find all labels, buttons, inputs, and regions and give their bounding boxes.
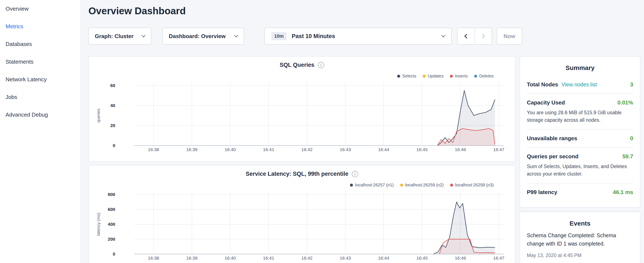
svg-text:queries: queries <box>96 109 101 123</box>
chart-plot[interactable]: 020040060080016:3816:3916:4016:4116:4216… <box>89 166 515 263</box>
sidebar-item-label: Metrics <box>6 23 24 30</box>
summary-row-total-nodes: Total Nodes View nodes list 3 <box>527 76 633 93</box>
sidebar-item-metrics[interactable]: Metrics <box>0 18 80 35</box>
svg-text:16:46: 16:46 <box>455 147 466 152</box>
p99-latency-label: P99 latency <box>527 189 557 195</box>
sidebar-item-overview[interactable]: Overview <box>0 0 80 18</box>
svg-text:16:40: 16:40 <box>225 147 236 152</box>
svg-text:60: 60 <box>110 83 115 88</box>
summary-row-queries-per-second: Queries per second 59.7 Sum of Selects, … <box>527 147 633 183</box>
sql-queries-chart-card: SQL Queries i SelectsUpdatesInsertsDelet… <box>88 56 515 162</box>
p99-latency-value: 46.1 ms <box>613 189 633 195</box>
queries-per-second-label: Queries per second <box>527 153 578 160</box>
info-icon[interactable]: i <box>318 62 324 68</box>
graph-dropdown-label: Graph: Cluster <box>95 33 134 40</box>
toolbar: Graph: Cluster Dashboard: Overview 10m P… <box>88 28 522 45</box>
svg-text:16:43: 16:43 <box>340 147 351 152</box>
total-nodes-label: Total Nodes <box>527 81 558 88</box>
chart-title-row: SQL Queries i <box>89 62 515 68</box>
time-forward-button[interactable] <box>474 28 492 44</box>
chevron-down-icon <box>142 33 146 38</box>
view-nodes-link[interactable]: View nodes list <box>562 82 597 88</box>
summary-title: Summary <box>527 64 633 72</box>
svg-text:16:42: 16:42 <box>301 255 312 260</box>
legend-item-localhost-26259-n2-[interactable]: localhost:26259 (n2) <box>400 183 444 187</box>
chevron-down-icon <box>441 33 446 38</box>
svg-text:16:38: 16:38 <box>148 255 159 260</box>
sidebar-item-databases[interactable]: Databases <box>0 35 80 53</box>
time-range-badge: 10m <box>271 32 286 40</box>
event-text: Schema Change Completed: Schema change w… <box>527 231 633 248</box>
legend-dot-icon <box>423 75 426 78</box>
svg-text:16:42: 16:42 <box>301 147 312 152</box>
sidebar-item-label: Databases <box>6 41 32 48</box>
svg-text:40: 40 <box>110 103 115 108</box>
svg-text:latency (ms): latency (ms) <box>96 213 101 236</box>
sidebar: Overview Metrics Databases Statements Ne… <box>0 0 81 263</box>
time-window-label: Past 10 Minutes <box>292 33 437 40</box>
time-step-button-group <box>457 28 492 45</box>
graph-dropdown[interactable]: Graph: Cluster <box>88 28 152 45</box>
legend-dot-icon <box>450 75 453 78</box>
app-window: Overview Metrics Databases Statements Ne… <box>0 0 644 263</box>
svg-text:16:40: 16:40 <box>225 255 236 260</box>
info-icon[interactable]: i <box>352 171 358 177</box>
event-item[interactable]: Schema Change Completed: Schema change w… <box>527 231 633 259</box>
legend-item-selects[interactable]: Selects <box>397 74 416 79</box>
svg-text:16:47: 16:47 <box>493 255 504 260</box>
sidebar-item-label: Overview <box>6 6 28 12</box>
events-title: Events <box>527 220 633 227</box>
chart-legend: localhost:26257 (n1)localhost:26259 (n2)… <box>350 183 494 187</box>
svg-text:0: 0 <box>113 143 115 148</box>
charts-column: SQL Queries i SelectsUpdatesInsertsDelet… <box>88 56 515 263</box>
page-title: Overview Dashboard <box>88 5 186 17</box>
unavailable-ranges-label: Unavailable ranges <box>527 135 577 142</box>
legend-dot-icon <box>350 184 353 187</box>
legend-item-deletes[interactable]: Deletes <box>474 74 494 79</box>
chevron-down-icon <box>234 33 238 38</box>
svg-text:0: 0 <box>113 251 115 256</box>
sidebar-item-label: Network Latency <box>6 76 47 83</box>
svg-text:16:43: 16:43 <box>340 255 351 260</box>
svg-text:800: 800 <box>108 192 115 197</box>
time-window-dropdown[interactable]: 10m Past 10 Minutes <box>264 28 452 45</box>
total-nodes-value: 3 <box>630 81 633 88</box>
legend-dot-icon <box>474 75 477 78</box>
queries-per-second-description: Sum of Selects, Updates, Inserts, and De… <box>527 163 633 177</box>
legend-label: localhost:26259 (n2) <box>405 183 444 187</box>
chart-legend: SelectsUpdatesInsertsDeletes <box>397 74 494 79</box>
sidebar-item-label: Advanced Debug <box>6 112 48 118</box>
svg-text:16:44: 16:44 <box>378 147 389 152</box>
sidebar-item-label: Statements <box>6 59 34 65</box>
legend-item-updates[interactable]: Updates <box>423 74 444 79</box>
right-column: Summary Total Nodes View nodes list 3 Ca… <box>520 56 640 263</box>
sidebar-item-advanced-debug[interactable]: Advanced Debug <box>0 106 80 124</box>
legend-item-inserts[interactable]: Inserts <box>450 74 468 79</box>
sidebar-item-statements[interactable]: Statements <box>0 53 80 71</box>
chart-title: Service Latency: SQL, 99th percentile <box>246 171 348 177</box>
unavailable-ranges-value: 0 <box>630 135 633 142</box>
sidebar-item-network-latency[interactable]: Network Latency <box>0 71 80 88</box>
summary-row-unavailable-ranges: Unavailable ranges 0 <box>527 129 633 147</box>
legend-label: localhost:26258 (n3) <box>455 183 494 187</box>
chevron-left-icon <box>464 34 469 39</box>
legend-dot-icon <box>450 184 453 187</box>
legend-item-localhost-26258-n3-[interactable]: localhost:26258 (n3) <box>450 183 494 187</box>
svg-text:16:45: 16:45 <box>416 147 428 152</box>
time-back-button[interactable] <box>458 28 474 44</box>
legend-label: Selects <box>402 74 416 79</box>
svg-text:16:41: 16:41 <box>263 255 274 260</box>
sidebar-item-label: Jobs <box>6 94 17 100</box>
svg-text:16:39: 16:39 <box>186 147 198 152</box>
legend-dot-icon <box>400 184 403 187</box>
event-timestamp: May 13, 2020 at 4:45 PM <box>527 252 582 258</box>
chart-plot[interactable]: 020406016:3816:3916:4016:4116:4216:4316:… <box>89 57 515 162</box>
legend-item-localhost-26257-n1-[interactable]: localhost:26257 (n1) <box>350 183 394 187</box>
svg-text:20: 20 <box>110 123 115 128</box>
dashboard-dropdown[interactable]: Dashboard: Overview <box>162 28 244 45</box>
sidebar-item-jobs[interactable]: Jobs <box>0 88 80 106</box>
svg-text:600: 600 <box>108 207 115 212</box>
now-button[interactable]: Now <box>497 28 522 45</box>
svg-text:16:46: 16:46 <box>455 255 466 260</box>
queries-per-second-value: 59.7 <box>622 153 633 160</box>
